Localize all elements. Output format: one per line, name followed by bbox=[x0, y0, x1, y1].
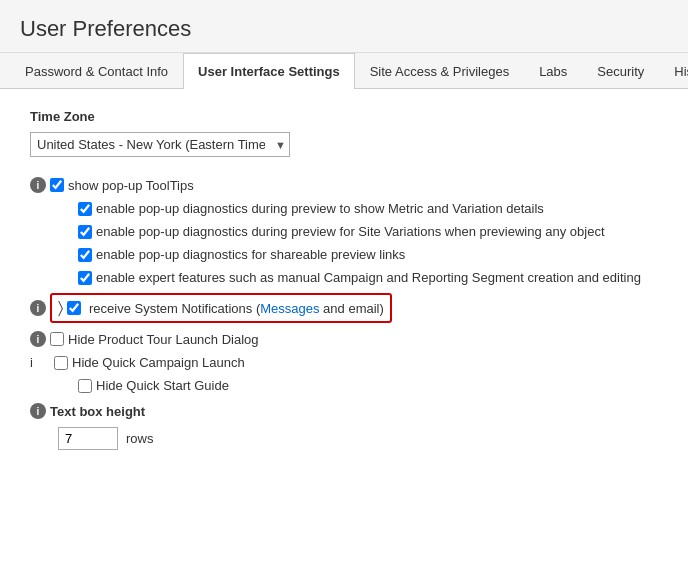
info-icon[interactable]: i bbox=[30, 177, 46, 193]
list-item: enable pop-up diagnostics during preview… bbox=[58, 224, 658, 239]
tab-site-access[interactable]: Site Access & Privileges bbox=[355, 53, 524, 89]
list-item: i Hide Product Tour Launch Dialog bbox=[30, 331, 658, 347]
rows-label: rows bbox=[126, 431, 153, 446]
hide-quick-start-checkbox[interactable] bbox=[78, 379, 92, 393]
system-notifications-checkbox[interactable] bbox=[67, 301, 81, 315]
option-text: show pop-up ToolTips bbox=[68, 178, 194, 193]
textbox-height-section-label: Text box height bbox=[50, 404, 145, 419]
list-item: Hide Quick Start Guide bbox=[58, 378, 658, 393]
info-icon[interactable]: i bbox=[30, 300, 46, 316]
system-notifications-text: receive System Notifications (Messages a… bbox=[89, 301, 384, 316]
list-item: i show pop-up ToolTips bbox=[30, 177, 658, 193]
messages-link[interactable]: Messages bbox=[260, 301, 319, 316]
tab-ui-settings[interactable]: User Interface Settings bbox=[183, 53, 355, 89]
highlighted-row: 〉 receive System Notifications (Messages… bbox=[50, 293, 392, 323]
timezone-select[interactable]: United States - New York (Eastern Time) bbox=[30, 132, 290, 157]
hide-quick-campaign-checkbox[interactable] bbox=[54, 356, 68, 370]
textbox-height-label: i Text box height bbox=[30, 403, 658, 419]
list-item: enable pop-up diagnostics for shareable … bbox=[58, 247, 658, 262]
list-item: enable pop-up diagnostics during preview… bbox=[58, 201, 658, 216]
popup-diagnostics-shareable-checkbox[interactable] bbox=[78, 248, 92, 262]
tab-labs[interactable]: Labs bbox=[524, 53, 582, 89]
textbox-height-row: rows bbox=[58, 427, 658, 450]
popup-diagnostics-site-checkbox[interactable] bbox=[78, 225, 92, 239]
tab-security[interactable]: Security bbox=[582, 53, 659, 89]
popup-diagnostics-metric-checkbox[interactable] bbox=[78, 202, 92, 216]
timezone-label: Time Zone bbox=[30, 109, 658, 124]
main-content: Time Zone United States - New York (East… bbox=[0, 89, 688, 470]
option-text: Hide Quick Start Guide bbox=[96, 378, 229, 393]
info-icon[interactable]: i bbox=[30, 331, 46, 347]
info-icon[interactable]: i bbox=[30, 403, 46, 419]
tab-password[interactable]: Password & Contact Info bbox=[10, 53, 183, 89]
option-text: enable expert features such as manual Ca… bbox=[96, 270, 641, 285]
option-text: Hide Quick Campaign Launch bbox=[72, 355, 245, 370]
options-list: i show pop-up ToolTips enable pop-up dia… bbox=[30, 177, 658, 393]
cursor-hand-icon: 〉 bbox=[58, 299, 63, 317]
info-icon[interactable]: i bbox=[30, 355, 50, 370]
option-text: enable pop-up diagnostics for shareable … bbox=[96, 247, 405, 262]
expert-features-checkbox[interactable] bbox=[78, 271, 92, 285]
list-item: enable expert features such as manual Ca… bbox=[58, 270, 658, 285]
option-text: enable pop-up diagnostics during preview… bbox=[96, 224, 605, 239]
option-text: Hide Product Tour Launch Dialog bbox=[68, 332, 259, 347]
tab-history[interactable]: History bbox=[659, 53, 688, 89]
tooltips-checkbox[interactable] bbox=[50, 178, 64, 192]
timezone-group: Time Zone United States - New York (East… bbox=[30, 109, 658, 157]
timezone-select-wrapper: United States - New York (Eastern Time) … bbox=[30, 132, 290, 157]
hide-product-tour-checkbox[interactable] bbox=[50, 332, 64, 346]
page-title: User Preferences bbox=[20, 16, 668, 42]
page-header: User Preferences bbox=[0, 0, 688, 53]
tabs-bar: Password & Contact Info User Interface S… bbox=[0, 53, 688, 89]
textbox-height-input[interactable] bbox=[58, 427, 118, 450]
textbox-height-group: i Text box height rows bbox=[30, 403, 658, 450]
system-notifications-item: i 〉 receive System Notifications (Messag… bbox=[30, 293, 658, 323]
option-text: enable pop-up diagnostics during preview… bbox=[96, 201, 544, 216]
list-item: i Hide Quick Campaign Launch bbox=[30, 355, 658, 370]
